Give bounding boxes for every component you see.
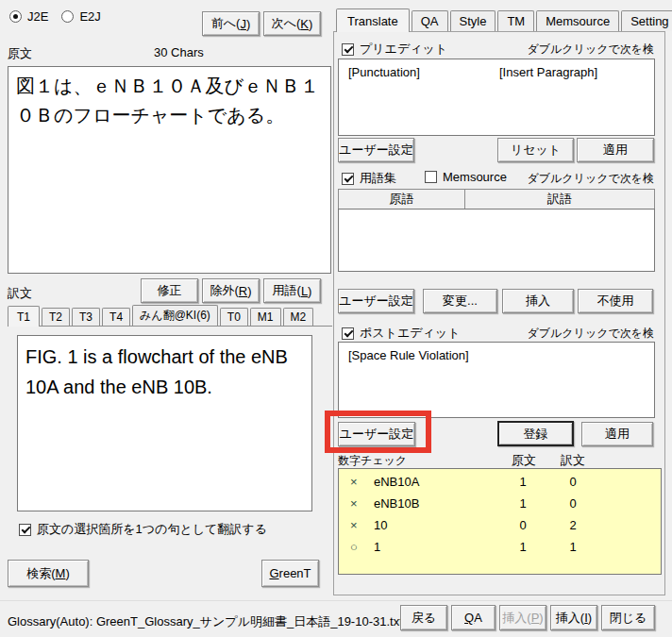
phrase-option-label: 原文の選択箇所を1つの句として翻訳する	[37, 521, 267, 538]
prev-button[interactable]: 前へ(J)	[202, 11, 260, 36]
number-check-source-col: 原文	[512, 452, 536, 469]
number-check-list[interactable]: × eNB10A 1 0 × eNB10B 1 0 × 10 0 2 ○ 1 1…	[338, 468, 662, 575]
radio-e2j-label: E2J	[79, 9, 100, 24]
tab-style[interactable]: Style	[450, 10, 496, 31]
source-textarea[interactable]: 図１は、ｅＮＢ１０Ａ及びｅＮＢ１０Ｂのフローチャートである。	[8, 66, 331, 274]
glossary-file-status: Glossary(Auto): GreenT_Glossary_サンプル明細書_…	[8, 613, 403, 630]
tab-qa[interactable]: QA	[412, 10, 448, 31]
tab-t2[interactable]: T2	[42, 308, 70, 326]
right-tabstrip: Translate QA Style TM Memsource Setting	[336, 8, 672, 32]
postedit-item[interactable]: [Space Rule Violation]	[348, 348, 469, 362]
number-check-row[interactable]: × eNB10B 1 0	[339, 494, 661, 515]
phrase-option-checkbox[interactable]	[19, 524, 31, 536]
number-check-label: 数字チェック	[338, 453, 407, 469]
radio-e2j[interactable]	[61, 10, 74, 23]
preedit-row: プリエディット	[342, 41, 447, 58]
ng-mark: ×	[350, 518, 358, 532]
preedit-user-settings-button[interactable]: ユーザー設定	[338, 138, 414, 162]
preedit-item[interactable]: [Punctuation]	[348, 65, 420, 79]
glossary-user-settings-button[interactable]: ユーザー設定	[338, 289, 414, 313]
tab-minhon[interactable]: みん翻@KI(6)	[132, 305, 218, 326]
postedit-checkbox[interactable]	[342, 327, 354, 340]
number-check-row[interactable]: × eNB10A 1 0	[339, 472, 661, 494]
number-check-row[interactable]: × 10 0 2	[339, 515, 661, 537]
ok-mark: ○	[350, 540, 358, 554]
term-button[interactable]: 用語(L)	[263, 278, 321, 303]
postedit-list[interactable]: [Space Rule Violation]	[338, 342, 655, 418]
glossary-change-button[interactable]: 変更...	[423, 289, 497, 313]
tab-setting[interactable]: Setting	[621, 10, 672, 31]
preedit-list[interactable]: [Punctuation] [Insert Paragraph]	[338, 59, 655, 136]
postedit-register-button[interactable]: 登録	[497, 421, 574, 446]
preedit-reset-button[interactable]: リセット	[497, 138, 574, 162]
glossary-unused-button[interactable]: 不使用	[578, 289, 653, 313]
glossary-source-header[interactable]: 原語	[338, 189, 465, 210]
radio-j2e-label: J2E	[27, 9, 48, 24]
back-button[interactable]: 戻る	[400, 605, 447, 630]
glossary-list[interactable]	[338, 209, 655, 272]
number-check-target-col: 訳文	[561, 452, 585, 469]
exclude-button[interactable]: 除外(R)	[202, 278, 260, 303]
phrase-option-row: 原文の選択箇所を1つの句として翻訳する	[19, 521, 267, 538]
insert-i-button[interactable]: 挿入(I)	[550, 605, 597, 630]
tab-t4[interactable]: T4	[102, 308, 130, 326]
tab-t0[interactable]: T0	[220, 308, 248, 326]
preedit-label: プリエディット	[360, 41, 447, 58]
glossary-label: 用語集	[360, 170, 396, 187]
memsource-label: Memsource	[443, 170, 507, 184]
tab-translate[interactable]: Translate	[336, 8, 410, 32]
target-tabstrip: T1 T2 T3 T4 みん翻@KI(6) T0 M1 M2	[8, 306, 315, 327]
glossary-target-header[interactable]: 訳語	[464, 189, 655, 210]
insert-p-button: 挿入(P)	[499, 605, 546, 630]
tab-m2[interactable]: M2	[283, 308, 314, 326]
close-button[interactable]: 閉じる	[601, 605, 655, 630]
target-textarea[interactable]: FIG. 1 is a flowchart of the eNB 10A and…	[17, 335, 312, 511]
qa-button[interactable]: QA	[451, 605, 496, 630]
glossary-insert-button[interactable]: 挿入	[502, 289, 574, 313]
preedit-item[interactable]: [Insert Paragraph]	[499, 65, 597, 79]
tab-memsource[interactable]: Memsource	[536, 10, 619, 31]
number-check-row[interactable]: ○ 1 1 1	[339, 537, 661, 559]
postedit-apply-button[interactable]: 適用	[581, 422, 653, 446]
fix-button[interactable]: 修正	[141, 278, 198, 303]
postedit-row: ポストエディット	[342, 325, 460, 342]
postedit-label: ポストエディット	[360, 325, 460, 342]
next-button[interactable]: 次へ(K)	[263, 11, 321, 36]
ng-mark: ×	[350, 496, 358, 511]
source-label: 原文	[8, 45, 32, 62]
target-label: 訳文	[8, 285, 32, 302]
preedit-apply-button[interactable]: 適用	[577, 138, 654, 162]
glossary-checkbox[interactable]	[342, 173, 354, 185]
radio-j2e[interactable]	[9, 10, 22, 23]
char-count: 30 Chars	[154, 45, 204, 59]
memsource-checkbox[interactable]	[425, 171, 437, 183]
direction-radio-group: J2E E2J	[9, 9, 101, 24]
glossary-row: 用語集	[342, 170, 396, 187]
greent-button[interactable]: GreenT	[261, 560, 319, 587]
tab-t1[interactable]: T1	[8, 306, 40, 327]
tab-m1[interactable]: M1	[250, 308, 281, 326]
ng-mark: ×	[350, 475, 358, 489]
search-button[interactable]: 検索(M)	[8, 560, 89, 587]
memsource-row: Memsource	[425, 170, 507, 184]
postedit-user-settings-button[interactable]: ユーザー設定	[338, 422, 415, 446]
preedit-checkbox[interactable]	[342, 43, 354, 56]
tab-tm[interactable]: TM	[497, 10, 534, 31]
tab-t3[interactable]: T3	[72, 308, 100, 326]
